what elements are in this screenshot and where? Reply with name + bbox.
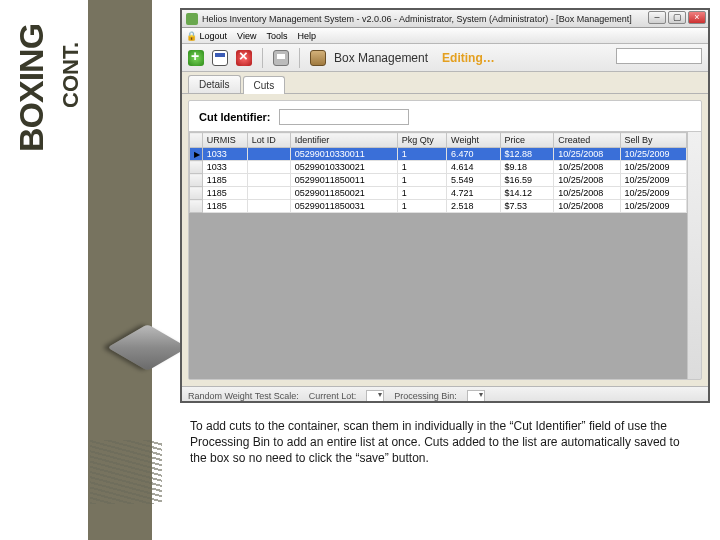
row-selector[interactable] bbox=[190, 200, 203, 213]
cell-pkgqty: 1 bbox=[397, 200, 446, 213]
cell-price: $14.12 bbox=[500, 187, 554, 200]
cell-identifier: 05299011850031 bbox=[290, 200, 397, 213]
table-row[interactable]: 10330529901033002114.614$9.1810/25/20081… bbox=[190, 161, 687, 174]
cell-urmis: 1185 bbox=[202, 174, 247, 187]
cut-identifier-label: Cut Identifier: bbox=[199, 111, 271, 123]
tab-strip: Details Cuts bbox=[182, 72, 708, 94]
grid-empty-area bbox=[189, 213, 687, 379]
cell-lotid bbox=[247, 148, 290, 161]
app-icon bbox=[186, 13, 198, 25]
add-button[interactable] bbox=[188, 50, 204, 66]
row-selector[interactable] bbox=[190, 174, 203, 187]
cell-lotid bbox=[247, 161, 290, 174]
slide-caption: To add cuts to the container, scan them … bbox=[190, 418, 690, 467]
cell-weight: 5.549 bbox=[447, 174, 501, 187]
separator bbox=[262, 48, 263, 68]
slide-title-main: BOXING bbox=[12, 24, 51, 152]
cell-price: $16.59 bbox=[500, 174, 554, 187]
cell-sellby: 10/25/2009 bbox=[620, 161, 686, 174]
cell-pkgqty: 1 bbox=[397, 174, 446, 187]
current-lot-dropdown[interactable] bbox=[366, 390, 384, 402]
cancel-button[interactable] bbox=[236, 50, 252, 66]
col-identifier[interactable]: Identifier bbox=[290, 133, 397, 148]
menu-help[interactable]: Help bbox=[297, 31, 316, 41]
col-price[interactable]: Price bbox=[500, 133, 554, 148]
menu-bar: 🔒 Logout View Tools Help bbox=[182, 28, 708, 44]
cell-price: $7.53 bbox=[500, 200, 554, 213]
col-urmis[interactable]: URMIS bbox=[202, 133, 247, 148]
cell-identifier: 05299010330011 bbox=[290, 148, 397, 161]
cell-weight: 4.721 bbox=[447, 187, 501, 200]
status-bin-label: Processing Bin: bbox=[394, 391, 457, 401]
menu-logout[interactable]: 🔒 Logout bbox=[186, 31, 227, 41]
menu-tools[interactable]: Tools bbox=[266, 31, 287, 41]
cell-price: $9.18 bbox=[500, 161, 554, 174]
cell-lotid bbox=[247, 200, 290, 213]
cell-weight: 6.470 bbox=[447, 148, 501, 161]
edit-state-label: Editing… bbox=[442, 51, 495, 65]
cell-weight: 2.518 bbox=[447, 200, 501, 213]
slide-title-sub: CONT. bbox=[58, 42, 84, 108]
cell-created: 10/25/2008 bbox=[554, 161, 620, 174]
cell-lotid bbox=[247, 174, 290, 187]
cell-weight: 4.614 bbox=[447, 161, 501, 174]
tab-details[interactable]: Details bbox=[188, 75, 241, 93]
box-nav-icon[interactable] bbox=[310, 50, 326, 66]
cell-urmis: 1033 bbox=[202, 148, 247, 161]
table-row[interactable]: 11850529901185001115.549$16.5910/25/2008… bbox=[190, 174, 687, 187]
cell-created: 10/25/2008 bbox=[554, 148, 620, 161]
col-pkgqty[interactable]: Pkg Qty bbox=[397, 133, 446, 148]
close-button[interactable]: × bbox=[688, 11, 706, 24]
cell-identifier: 05299011850011 bbox=[290, 174, 397, 187]
cell-sellby: 10/25/2009 bbox=[620, 174, 686, 187]
save-button[interactable] bbox=[212, 50, 228, 66]
cuts-panel: Cut Identifier: URMIS Lot ID Identifier … bbox=[188, 100, 702, 380]
row-selector[interactable] bbox=[190, 161, 203, 174]
cell-urmis: 1033 bbox=[202, 161, 247, 174]
cell-pkgqty: 1 bbox=[397, 148, 446, 161]
table-row[interactable]: 11850529901185003112.518$7.5310/25/20081… bbox=[190, 200, 687, 213]
col-lotid[interactable]: Lot ID bbox=[247, 133, 290, 148]
maximize-button[interactable]: ▢ bbox=[668, 11, 686, 24]
cell-sellby: 10/25/2009 bbox=[620, 148, 686, 161]
col-weight[interactable]: Weight bbox=[447, 133, 501, 148]
toolbar: Box Management Editing… bbox=[182, 44, 708, 72]
row-header-blank bbox=[190, 133, 203, 148]
cell-created: 10/25/2008 bbox=[554, 187, 620, 200]
window-titlebar: Helios Inventory Management System - v2.… bbox=[182, 10, 708, 28]
cell-sellby: 10/25/2009 bbox=[620, 200, 686, 213]
status-lot-label: Current Lot: bbox=[309, 391, 357, 401]
app-window: Helios Inventory Management System - v2.… bbox=[180, 8, 710, 403]
vertical-scrollbar[interactable] bbox=[687, 132, 701, 379]
table-row[interactable]: ▶10330529901033001116.470$12.8810/25/200… bbox=[190, 148, 687, 161]
minimize-button[interactable]: – bbox=[648, 11, 666, 24]
cell-urmis: 1185 bbox=[202, 200, 247, 213]
status-bar: Random Weight Test Scale: Current Lot: P… bbox=[182, 386, 708, 403]
cell-sellby: 10/25/2009 bbox=[620, 187, 686, 200]
breadcrumb: Box Management bbox=[334, 51, 428, 65]
cut-identifier-input[interactable] bbox=[279, 109, 409, 125]
cuts-grid[interactable]: URMIS Lot ID Identifier Pkg Qty Weight P… bbox=[189, 131, 701, 379]
cell-pkgqty: 1 bbox=[397, 161, 446, 174]
cell-price: $12.88 bbox=[500, 148, 554, 161]
print-button[interactable] bbox=[273, 50, 289, 66]
cell-identifier: 05299011850021 bbox=[290, 187, 397, 200]
tab-cuts[interactable]: Cuts bbox=[243, 76, 286, 94]
row-selector[interactable]: ▶ bbox=[190, 148, 203, 161]
status-scale-label: Random Weight Test Scale: bbox=[188, 391, 299, 401]
col-sellby[interactable]: Sell By bbox=[620, 133, 686, 148]
cell-identifier: 05299010330021 bbox=[290, 161, 397, 174]
search-input[interactable] bbox=[616, 48, 702, 64]
cell-created: 10/25/2008 bbox=[554, 174, 620, 187]
col-created[interactable]: Created bbox=[554, 133, 620, 148]
cell-urmis: 1185 bbox=[202, 187, 247, 200]
table-row[interactable]: 11850529901185002114.721$14.1210/25/2008… bbox=[190, 187, 687, 200]
window-title: Helios Inventory Management System - v2.… bbox=[202, 14, 632, 24]
processing-bin-dropdown[interactable] bbox=[467, 390, 485, 402]
menu-view[interactable]: View bbox=[237, 31, 256, 41]
cell-created: 10/25/2008 bbox=[554, 200, 620, 213]
row-selector[interactable] bbox=[190, 187, 203, 200]
decorative-brush bbox=[90, 440, 162, 504]
cell-lotid bbox=[247, 187, 290, 200]
slide-heading-area: BOXING CONT. bbox=[0, 0, 175, 540]
